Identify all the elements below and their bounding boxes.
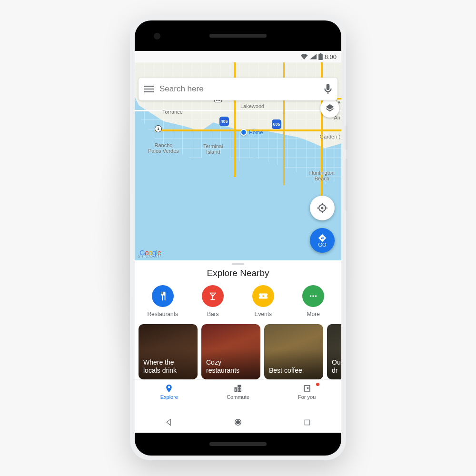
sparkle-icon xyxy=(302,384,312,393)
tab-label: Explore xyxy=(160,394,178,400)
sheet-title: Explore Nearby xyxy=(135,268,341,278)
android-nav-bar xyxy=(135,412,341,433)
card-locals-drink[interactable]: Where the locals drink xyxy=(139,324,198,379)
city-label: Terminal Island xyxy=(203,143,223,155)
layers-button[interactable] xyxy=(320,99,339,118)
microphone-icon[interactable] xyxy=(324,84,332,94)
svg-point-4 xyxy=(315,295,317,297)
home-pin-label: Home xyxy=(249,129,263,135)
category-label: Restaurants xyxy=(147,311,178,317)
city-label: Huntington Beach xyxy=(309,170,335,181)
status-time: 8:00 xyxy=(325,53,337,60)
bottom-tabs: Explore Commute For you xyxy=(135,379,341,403)
tab-for-you[interactable]: For you xyxy=(272,380,341,403)
menu-icon[interactable] xyxy=(144,86,154,92)
svg-rect-7 xyxy=(305,420,310,425)
route-shield: 605 xyxy=(272,119,281,129)
category-restaurants[interactable]: Restaurants xyxy=(141,285,184,317)
cocktail-icon xyxy=(202,285,224,307)
home-icon[interactable] xyxy=(234,418,242,426)
layers-icon xyxy=(325,103,335,113)
route-shield: 1 xyxy=(155,125,162,132)
city-label: Lakewood xyxy=(240,103,264,109)
category-more[interactable]: More xyxy=(292,285,335,317)
signal-icon xyxy=(310,54,317,60)
dots-icon xyxy=(302,285,324,307)
battery-icon xyxy=(318,53,323,60)
screen: 8:00 Manhattan Beach Compton Torrance La… xyxy=(135,51,341,433)
notification-dot xyxy=(316,383,319,386)
search-input[interactable] xyxy=(154,84,324,94)
search-bar[interactable] xyxy=(139,78,337,100)
city-icon xyxy=(233,384,243,393)
fork-knife-icon xyxy=(152,285,174,307)
my-location-button[interactable] xyxy=(310,196,335,220)
tab-explore[interactable]: Explore xyxy=(135,380,204,403)
category-label: Events xyxy=(254,311,272,317)
card-cozy-restaurants[interactable]: Cozy restaurants xyxy=(201,324,260,379)
home-pin[interactable]: Home xyxy=(240,129,263,136)
phone-frame: 8:00 Manhattan Beach Compton Torrance La… xyxy=(130,16,346,460)
card-best-coffee[interactable]: Best coffee xyxy=(264,324,323,379)
home-pin-icon xyxy=(240,129,247,136)
recents-icon[interactable] xyxy=(304,419,311,426)
svg-point-2 xyxy=(310,295,312,297)
cards-row[interactable]: Where the locals drink Cozy restaurants … xyxy=(135,324,341,379)
map-canvas[interactable]: Manhattan Beach Compton Torrance Lakewoo… xyxy=(135,62,341,260)
wifi-icon xyxy=(300,54,308,60)
category-bars[interactable]: Bars xyxy=(191,285,234,317)
category-events[interactable]: Events xyxy=(242,285,285,317)
category-row: Restaurants Bars Events xyxy=(135,285,341,324)
google-logo: Google xyxy=(139,248,161,257)
svg-point-6 xyxy=(236,420,240,424)
ticket-icon xyxy=(252,285,274,307)
category-label: More xyxy=(307,311,320,317)
sheet-handle[interactable] xyxy=(232,263,244,265)
tab-commute[interactable]: Commute xyxy=(204,380,273,403)
explore-sheet[interactable]: Explore Nearby Restaurants Bars xyxy=(135,260,341,412)
route-shield: 405 xyxy=(219,117,229,126)
city-label: Garden ( xyxy=(320,134,340,139)
directions-go-button[interactable]: GO xyxy=(310,228,335,253)
tab-label: Commute xyxy=(227,394,249,400)
svg-point-1 xyxy=(321,207,324,209)
status-bar: 8:00 xyxy=(135,51,341,62)
go-label: GO xyxy=(318,242,326,248)
city-label: Torrance xyxy=(162,109,183,115)
directions-icon xyxy=(318,234,327,242)
pin-icon xyxy=(164,384,174,393)
city-label: Rancho Palos Verdes xyxy=(148,142,179,154)
back-icon[interactable] xyxy=(165,418,173,426)
category-label: Bars xyxy=(207,311,219,317)
card-partial[interactable]: Ou dr xyxy=(327,324,341,379)
svg-point-3 xyxy=(312,295,314,297)
crosshair-icon xyxy=(317,202,328,214)
tab-label: For you xyxy=(298,394,316,400)
